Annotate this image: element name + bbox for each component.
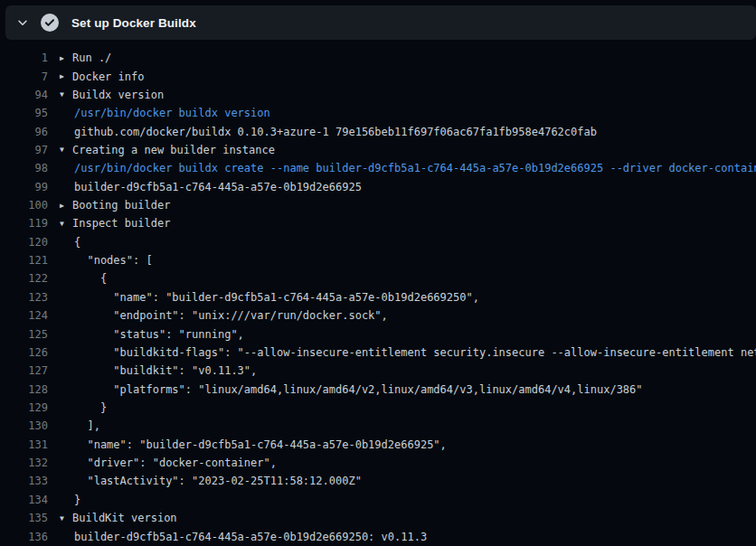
log-line: 133 "lastActivity": "2023-02-25T11:58:12… (0, 472, 756, 490)
line-number[interactable]: 1 (0, 52, 48, 64)
log-line: 136builder-d9cfb5a1-c764-445a-a57e-0b19d… (0, 527, 756, 545)
log-command-text: /usr/bin/docker buildx create --name bui… (60, 162, 756, 174)
log-line: 121 "nodes": [ (0, 251, 756, 269)
check-circle-icon (41, 14, 59, 32)
log-line: 119▼Inspect builder (0, 214, 756, 232)
line-number[interactable]: 98 (0, 162, 48, 174)
log-output-text: ], (60, 419, 100, 432)
log-line: 7▶Docker info (0, 67, 756, 85)
line-number[interactable]: 132 (0, 457, 48, 469)
log-output-text: { (60, 272, 107, 285)
log-group-label: Inspect builder (72, 217, 170, 230)
log-lines: 1▶Run ./7▶Docker info94▼Buildx version95… (0, 49, 756, 546)
log-line: 135▼BuildKit version (0, 509, 756, 527)
log-line: 126 "buildkitd-flags": "--allow-insecure… (0, 344, 756, 362)
step-title: Set up Docker Buildx (71, 16, 196, 30)
log-output-text: "endpoint": "unix:///var/run/docker.sock… (60, 309, 388, 322)
log-line: 123 "name": "builder-d9cfb5a1-c764-445a-… (0, 288, 756, 306)
line-number[interactable]: 135 (0, 512, 48, 524)
log-output-text: builder-d9cfb5a1-c764-445a-a57e-0b19d2e6… (60, 181, 362, 193)
line-number[interactable]: 125 (0, 328, 48, 341)
line-number[interactable]: 96 (0, 126, 48, 138)
triangle-collapsed-icon[interactable]: ▶ (60, 72, 72, 80)
line-number[interactable]: 94 (0, 89, 48, 101)
log-output-text: { (60, 236, 80, 249)
log-group-label: Run ./ (72, 52, 111, 64)
log-line: 131 "name": "builder-d9cfb5a1-c764-445a-… (0, 436, 756, 454)
log-output-text: "driver": "docker-container", (60, 457, 277, 469)
log-line: 1▶Run ./ (0, 49, 756, 67)
line-number[interactable]: 129 (0, 401, 48, 414)
log-viewer: Set up Docker Buildx 1▶Run ./7▶Docker in… (0, 0, 756, 546)
log-output-text: "buildkitd-flags": "--allow-insecure-ent… (60, 346, 756, 359)
line-number[interactable]: 131 (0, 438, 48, 451)
line-number[interactable]: 122 (0, 272, 48, 285)
line-number[interactable]: 121 (0, 254, 48, 267)
log-line: 127 "buildkit": "v0.11.3", (0, 362, 756, 380)
log-group-header[interactable]: ▶Docker info (60, 71, 144, 83)
log-output-text: "lastActivity": "2023-02-25T11:58:12.000… (60, 475, 362, 487)
log-line: 125 "status": "running", (0, 325, 756, 343)
triangle-expanded-icon[interactable]: ▼ (60, 90, 72, 99)
log-group-header[interactable]: ▶Booting builder (60, 199, 170, 212)
log-group-header[interactable]: ▶Run ./ (60, 52, 111, 64)
log-line: 99builder-d9cfb5a1-c764-445a-a57e-0b19d2… (0, 178, 756, 196)
log-group-header[interactable]: ▼Inspect builder (60, 217, 170, 230)
triangle-collapsed-icon[interactable]: ▶ (60, 53, 72, 61)
log-output-text: } (60, 494, 80, 506)
log-group-label: Booting builder (72, 199, 170, 212)
log-command-text: /usr/bin/docker buildx version (60, 107, 270, 119)
log-line: 95/usr/bin/docker buildx version (0, 104, 756, 122)
triangle-expanded-icon[interactable]: ▼ (60, 219, 72, 227)
log-line: 129 } (0, 399, 756, 417)
log-group-label: Buildx version (72, 89, 164, 101)
step-header[interactable]: Set up Docker Buildx (5, 5, 756, 40)
triangle-expanded-icon[interactable]: ▼ (60, 513, 72, 522)
log-line: 96github.com/docker/buildx 0.10.3+azure-… (0, 122, 756, 140)
log-output-text: "platforms": "linux/amd64,linux/amd64/v2… (60, 383, 643, 396)
line-number[interactable]: 7 (0, 71, 48, 83)
log-output-text: builder-d9cfb5a1-c764-445a-a57e-0b19d2e6… (60, 531, 427, 543)
line-number[interactable]: 95 (0, 107, 48, 119)
line-number[interactable]: 136 (0, 531, 48, 543)
log-line: 124 "endpoint": "unix:///var/run/docker.… (0, 306, 756, 325)
line-number[interactable]: 99 (0, 181, 48, 193)
line-number[interactable]: 128 (0, 383, 48, 396)
line-number[interactable]: 119 (0, 217, 48, 230)
log-group-header[interactable]: ▼Creating a new builder instance (60, 144, 275, 156)
log-group-label: BuildKit version (72, 512, 177, 524)
log-line: 130 ], (0, 417, 756, 435)
log-output-text: "nodes": [ (60, 254, 153, 267)
line-number[interactable]: 126 (0, 346, 48, 359)
log-line: 94▼Buildx version (0, 86, 756, 104)
log-output-text: github.com/docker/buildx 0.10.3+azure-1 … (60, 126, 597, 138)
log-group-header[interactable]: ▼Buildx version (60, 89, 164, 101)
log-output-text: } (60, 401, 107, 414)
log-line: 120{ (0, 233, 756, 251)
log-line: 132 "driver": "docker-container", (0, 454, 756, 472)
log-group-label: Docker info (72, 71, 144, 83)
log-output-text: "name": "builder-d9cfb5a1-c764-445a-a57e… (60, 291, 479, 304)
log-line: 122 { (0, 269, 756, 287)
line-number[interactable]: 134 (0, 494, 48, 506)
log-line: 100▶Booting builder (0, 196, 756, 214)
log-line: 128 "platforms": "linux/amd64,linux/amd6… (0, 380, 756, 398)
line-number[interactable]: 100 (0, 199, 48, 212)
line-number[interactable]: 127 (0, 364, 48, 377)
log-output-text: "name": "builder-d9cfb5a1-c764-445a-a57e… (60, 438, 447, 451)
triangle-expanded-icon[interactable]: ▼ (60, 146, 72, 154)
log-line: 97▼Creating a new builder instance (0, 141, 756, 159)
chevron-down-icon[interactable] (15, 15, 30, 30)
log-output-text: "buildkit": "v0.11.3", (60, 364, 257, 377)
log-line: 134} (0, 491, 756, 509)
line-number[interactable]: 124 (0, 309, 48, 322)
log-output-text: "status": "running", (60, 328, 244, 341)
triangle-collapsed-icon[interactable]: ▶ (60, 201, 72, 209)
line-number[interactable]: 97 (0, 144, 48, 156)
line-number[interactable]: 120 (0, 236, 48, 249)
line-number[interactable]: 133 (0, 475, 48, 487)
log-group-label: Creating a new builder instance (72, 144, 275, 156)
log-group-header[interactable]: ▼BuildKit version (60, 512, 177, 524)
line-number[interactable]: 130 (0, 419, 48, 432)
line-number[interactable]: 123 (0, 291, 48, 304)
